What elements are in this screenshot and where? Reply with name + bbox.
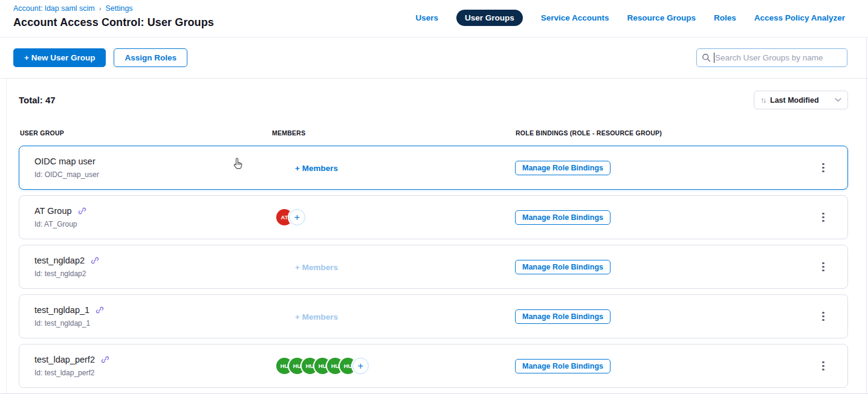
user-group-cell: test_ngldap2 Id: test_ngldap2 xyxy=(19,256,271,278)
external-link-icon xyxy=(101,355,109,364)
search-icon xyxy=(702,53,711,62)
search-input[interactable] xyxy=(696,48,847,67)
external-link-icon xyxy=(78,207,86,215)
add-members-link[interactable]: + Members xyxy=(295,263,338,272)
user-group-id: Id: test_ngldap_1 xyxy=(34,319,271,328)
table-row[interactable]: test_ngldap_1 Id: test_ngldap_1 + Member… xyxy=(19,294,848,338)
sort-selected-value: Last Modified xyxy=(770,96,830,105)
breadcrumb-settings-link[interactable]: Settings xyxy=(105,4,132,13)
header-left: Account: ldap saml scim › Settings Accou… xyxy=(13,4,214,29)
user-group-id: Id: OIDC_map_user xyxy=(34,170,271,179)
table-header-row: USER GROUP MEMBERS ROLE BINDINGS (ROLE -… xyxy=(19,129,848,137)
manage-role-bindings-button[interactable]: Manage Role Bindings xyxy=(515,260,611,274)
list-meta-row: Total: 47 ↑↓ Last Modified xyxy=(19,91,848,109)
sort-arrows-icon: ↑↓ xyxy=(760,96,765,105)
members-cell: + Members xyxy=(271,262,515,273)
panel-right-divider xyxy=(866,38,867,394)
table-row[interactable]: OIDC map user Id: OIDC_map_user + Member… xyxy=(19,146,848,190)
user-group-id: Id: test_ldap_perf2 xyxy=(34,369,271,377)
user-groups-panel: Total: 47 ↑↓ Last Modified USER GROUP ME… xyxy=(0,79,868,388)
breadcrumb-separator-icon: › xyxy=(99,5,102,12)
user-group-id: Id: test_ngldap2 xyxy=(34,270,271,278)
row-menu-kebab-icon[interactable] xyxy=(818,259,828,275)
panel-left-divider xyxy=(6,79,7,394)
user-group-name: AT Group xyxy=(34,206,72,216)
role-bindings-cell: Manage Role Bindings xyxy=(515,161,799,175)
tab-resource-groups[interactable]: Resource Groups xyxy=(627,13,696,22)
page-header: Account: ldap saml scim › Settings Accou… xyxy=(0,0,868,37)
manage-role-bindings-button[interactable]: Manage Role Bindings xyxy=(515,161,611,175)
table-row[interactable]: test_ldap_perf2 Id: test_ldap_perf2 HU H… xyxy=(19,344,848,388)
role-bindings-cell: Manage Role Bindings xyxy=(515,309,799,324)
user-group-cell: OIDC map user Id: OIDC_map_user xyxy=(19,157,271,179)
tab-service-accounts[interactable]: Service Accounts xyxy=(541,13,609,22)
user-group-cell: test_ngldap_1 Id: test_ngldap_1 xyxy=(19,305,271,328)
new-user-group-button[interactable]: + New User Group xyxy=(13,48,106,67)
role-bindings-cell: Manage Role Bindings xyxy=(515,210,799,225)
user-group-name: test_ngldap_1 xyxy=(34,305,89,315)
external-link-icon xyxy=(91,256,99,265)
user-group-name: test_ngldap2 xyxy=(34,256,85,265)
role-bindings-cell: Manage Role Bindings xyxy=(515,359,799,373)
breadcrumb: Account: ldap saml scim › Settings xyxy=(13,4,214,13)
page-title: Account Access Control: User Groups xyxy=(13,16,214,29)
members-cell: + Members xyxy=(271,311,515,322)
members-cell: AT + xyxy=(271,209,515,225)
column-header-user-group: USER GROUP xyxy=(20,129,272,137)
members-cell: + Members xyxy=(271,163,515,173)
sort-dropdown[interactable]: ↑↓ Last Modified xyxy=(754,91,848,109)
table-row[interactable]: test_ngldap2 Id: test_ngldap2 + Members … xyxy=(19,245,848,289)
add-member-plus-button[interactable]: + xyxy=(289,209,305,225)
tab-access-policy-analyzer[interactable]: Access Policy Analyzer xyxy=(754,13,845,22)
table-row[interactable]: AT Group Id: AT_Group AT + Manage Role B… xyxy=(19,195,848,239)
user-group-name: test_ldap_perf2 xyxy=(34,355,95,364)
user-group-cell: AT Group Id: AT_Group xyxy=(19,206,271,228)
members-cell: HU HU HU HU HU HU + xyxy=(271,358,515,374)
column-header-role-bindings: ROLE BINDINGS (ROLE - RESOURCE GROUP) xyxy=(516,129,800,137)
search-box xyxy=(696,48,847,67)
manage-role-bindings-button[interactable]: Manage Role Bindings xyxy=(515,359,611,373)
row-menu-kebab-icon[interactable] xyxy=(818,209,828,225)
text-caret xyxy=(714,53,714,63)
toolbar: + New User Group Assign Roles xyxy=(0,37,868,79)
column-header-members: MEMBERS xyxy=(272,129,516,137)
tab-user-groups[interactable]: User Groups xyxy=(456,10,523,26)
user-group-id: Id: AT_Group xyxy=(34,220,271,228)
row-menu-kebab-icon[interactable] xyxy=(818,308,828,325)
user-group-cell: test_ldap_perf2 Id: test_ldap_perf2 xyxy=(19,355,271,377)
toolbar-actions: + New User Group Assign Roles xyxy=(13,48,187,67)
role-bindings-cell: Manage Role Bindings xyxy=(515,260,799,274)
chevron-down-icon xyxy=(835,98,841,102)
tab-roles[interactable]: Roles xyxy=(714,13,736,22)
row-menu-kebab-icon[interactable] xyxy=(818,358,828,374)
total-count: Total: 47 xyxy=(19,95,56,105)
assign-roles-button[interactable]: Assign Roles xyxy=(114,48,187,67)
add-member-plus-button[interactable]: + xyxy=(352,358,369,374)
add-members-link[interactable]: + Members xyxy=(295,164,338,173)
external-link-icon xyxy=(96,306,104,314)
breadcrumb-account-link[interactable]: Account: ldap saml scim xyxy=(13,4,95,13)
user-group-name: OIDC map user xyxy=(34,157,96,166)
add-members-link[interactable]: + Members xyxy=(295,312,338,321)
manage-role-bindings-button[interactable]: Manage Role Bindings xyxy=(515,309,611,324)
row-menu-kebab-icon[interactable] xyxy=(818,160,828,176)
tab-users[interactable]: Users xyxy=(415,13,438,22)
manage-role-bindings-button[interactable]: Manage Role Bindings xyxy=(515,210,611,225)
nav-tabs: Users User Groups Service Accounts Resou… xyxy=(415,10,845,26)
